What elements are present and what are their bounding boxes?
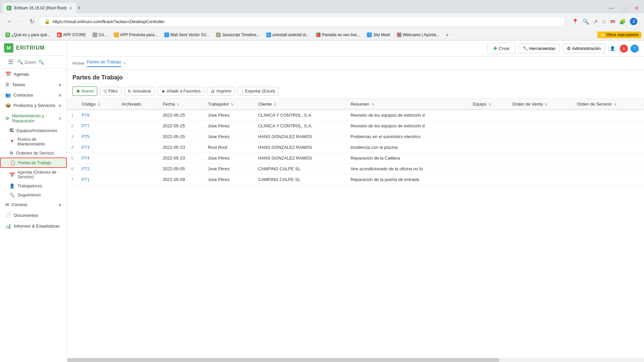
col-orden-servicio[interactable]: Orden de Servicio ⇅ (573, 99, 644, 110)
sidebar-item-contactos[interactable]: 👥 Contactos ∨ (0, 90, 67, 100)
bookmark-otros-marcadores[interactable]: 📁 Otros marcadores (597, 32, 641, 38)
browser-tab[interactable]: E Eritrium 16.15.02 (Root Root) × (3, 3, 76, 13)
bookmark-mail-sent[interactable]: f Mail Sent Vector SV... (162, 32, 212, 38)
col-archivado[interactable]: Archivado (117, 99, 159, 110)
correos-icon: ✉ (5, 202, 9, 207)
herramientas-button[interactable]: 🔧 Herramientas (518, 44, 560, 53)
admin-button[interactable]: ⚙ Administración (562, 44, 605, 53)
notification-badge[interactable]: 0 (620, 45, 628, 53)
share-icon[interactable]: ↗ (592, 16, 599, 26)
forward-button[interactable]: → (17, 17, 25, 26)
cell-fecha: 2022-05-23 (159, 142, 204, 153)
table-row[interactable]: 4 PT3 2022-05-23 Root Root HANS GONZALEZ… (67, 142, 644, 153)
sidebar-item-tareas[interactable]: ☰ Tareas ∨ (0, 79, 67, 90)
breadcrumb-close-button[interactable]: × (124, 61, 126, 66)
cell-archivado (117, 142, 159, 153)
lock-icon: 🔒 (44, 19, 50, 24)
bookmark-pantalla[interactable]: 🍎 Pantalla se ven line... (313, 32, 363, 38)
sidebar-item-seguimiento[interactable]: 🔍 Seguimiento (0, 190, 67, 199)
nuevo-button[interactable]: ✚ Nuevo (72, 86, 97, 96)
address-bar[interactable]: 🔒 https://cloud.eritrium.com/ftrack?acti… (39, 16, 565, 26)
col-fecha[interactable]: Fecha ⇅ (159, 99, 204, 110)
bookmark-star-icon[interactable]: ☆ (600, 16, 608, 26)
bookmark-js-timeline[interactable]: ⚡ Javascript Timeline... (213, 32, 262, 38)
cell-resumen: Incidencia con la piscina (346, 142, 469, 153)
col-equipo[interactable]: Equipo ⇅ (469, 99, 508, 110)
favoritos-button[interactable]: ★ Añadir a Favoritos (158, 87, 204, 96)
sidebar-item-puntos[interactable]: 📍 Puntos de Mantenimiento (0, 135, 67, 148)
cell-resumen: Revisión de los equipos de extinción d (346, 110, 469, 121)
table-row[interactable]: 5 PT4 2022-05-23 Jose Pérez HANS GONZALE… (67, 153, 644, 164)
sidebar-item-informes[interactable]: 📊 Informes & Estadísticas (0, 221, 67, 231)
sidebar-item-trabajadores[interactable]: 👤 Trabajadores (0, 181, 67, 190)
sidebar-label-trabajadores: Trabajadores (17, 184, 42, 188)
bookmark-folder-icon: 📁 (600, 33, 605, 37)
user-avatar[interactable]: 👤 (608, 44, 617, 53)
col-trabajador[interactable]: Trabajador ⇅ (204, 99, 254, 110)
minimize-button[interactable]: — (606, 4, 617, 12)
sidebar-search-bar: ☰ 🔍 Zoom. 🔍 (0, 56, 67, 69)
sidebar-item-ordenes[interactable]: ⚙ Órdenes de Servicio (0, 148, 67, 158)
search-nav-icon[interactable]: 🔍 (581, 16, 591, 26)
maximize-button[interactable]: ⬜ (618, 4, 630, 12)
new-tab-button[interactable]: + (77, 5, 81, 12)
close-window-button[interactable]: ✕ (632, 4, 641, 12)
col-orden-venta[interactable]: Orden de Venta ⇅ (508, 99, 573, 110)
extensions-icon[interactable]: 🧩 (618, 16, 627, 26)
filtro-button[interactable]: ▽ Filtro (100, 87, 121, 96)
bookmark-label: APP STORE (63, 33, 86, 37)
sidebar-item-mantenimiento[interactable]: ⚙ Mantenimiento y Reparación ∧ (0, 111, 67, 126)
cell-cliente: HANS GONZALEZ RAMOS (254, 153, 346, 164)
table-row[interactable]: 1 PT6 2022-05-25 Jose Pérez CLINICA Y CO… (67, 110, 644, 121)
back-button[interactable]: ← (5, 17, 14, 26)
bookmark-uninstall[interactable]: G uninstall android st... (264, 32, 312, 38)
bookmark-icon-uninstall: G (266, 33, 271, 37)
col-codigo[interactable]: Código ⇅ (77, 99, 117, 110)
location-icon[interactable]: 📍 (571, 16, 580, 26)
bookmark-jitsi[interactable]: J Jitsi Meet (364, 32, 393, 38)
sidebar-item-partes[interactable]: 📋 Partes de Trabajo (0, 158, 67, 168)
bookmark-co[interactable]: □ Có... (90, 32, 110, 38)
sidebar-item-correos[interactable]: ✉ Correos ∨ (0, 199, 67, 210)
exportar-button[interactable]: ↓ Exportar (Excel) (238, 87, 279, 96)
crear-plus-icon: ✚ (493, 45, 497, 52)
bookmark-more[interactable]: » (443, 32, 451, 38)
cell-codigo: PT6 (77, 110, 117, 121)
imprimir-button[interactable]: 🖨 Imprimir (207, 87, 235, 96)
crear-button[interactable]: ✚ Crear (487, 43, 516, 54)
col-resumen[interactable]: Resumen ⇅ (346, 99, 469, 110)
sidebar-item-productos[interactable]: 📦 Productos y Servicios ∨ (0, 100, 67, 111)
table-row[interactable]: 6 PT2 2022-05-05 Jose Pérez CAMPING CALP… (67, 164, 644, 174)
table-row[interactable]: 2 PT7 2022-05-25 Jose Pérez CLINICA Y CO… (67, 121, 644, 131)
seguimiento-icon: 🔍 (9, 192, 15, 197)
bookmark-mendeley[interactable]: M ¿Qué es y para qué... (3, 32, 53, 38)
bookmark-app-preventa[interactable]: Q APP Preventa para... (111, 32, 161, 38)
horizontal-scrollbar[interactable] (67, 358, 644, 362)
breadcrumb-current[interactable]: Partes de Trabajo (87, 59, 121, 67)
profile-icon[interactable]: J (629, 16, 639, 26)
hamburger-menu-button[interactable]: ☰ (5, 58, 16, 66)
help-button[interactable]: ? (631, 45, 639, 53)
extension-m-icon[interactable]: m (609, 16, 616, 26)
actualizar-button[interactable]: ↻ Actualizar (124, 87, 155, 96)
bookmark-appstore[interactable]: ▶ APP STORE (54, 32, 89, 38)
tab-close-button[interactable]: × (69, 5, 72, 11)
sidebar-label-contactos: Contactos (13, 93, 33, 98)
cell-equipo (469, 110, 508, 121)
breadcrumb-home[interactable]: Home (72, 61, 84, 66)
cell-codigo: PT2 (77, 164, 117, 174)
refresh-button[interactable]: ↻ (28, 16, 36, 26)
sidebar-item-equipos[interactable]: 🏗 Equipos/Instalaciones (0, 126, 67, 135)
cell-codigo: PT1 (77, 174, 117, 185)
sidebar-item-agenda[interactable]: 📅 Agenda (0, 69, 67, 79)
col-cliente[interactable]: Cliente ⇅ (254, 99, 346, 110)
contactos-icon: 👥 (5, 93, 11, 98)
agenda-os-icon: 📅 (9, 172, 15, 177)
table-row[interactable]: 3 PT5 2022-05-25 Jose Pérez HANS GONZALE… (67, 131, 644, 142)
sidebar-item-documentos[interactable]: 📄 Documentos (0, 210, 67, 221)
bookmark-webcams[interactable]: 🔖 Webcams | Ayunta... (394, 32, 442, 38)
cell-archivado (117, 110, 159, 121)
sidebar-item-agenda-os[interactable]: 📅 Agenda (Órdenes de Servicio) (0, 168, 67, 181)
admin-label: Administración (572, 46, 601, 51)
table-row[interactable]: 7 PT1 2022-05-09 Jose Pérez CAMPING CALP… (67, 174, 644, 185)
